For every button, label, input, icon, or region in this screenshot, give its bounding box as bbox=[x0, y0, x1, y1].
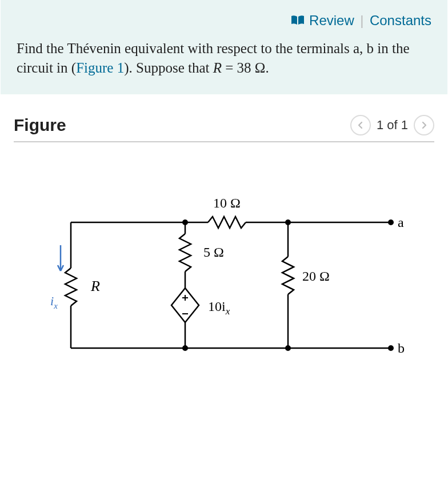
svg-point-4 bbox=[388, 219, 394, 225]
r-mid-label: 5 Ω bbox=[203, 245, 224, 260]
r-top-label: 10 Ω bbox=[213, 195, 241, 210]
source-label: 10ix bbox=[208, 299, 230, 317]
chevron-right-icon bbox=[420, 121, 428, 129]
r-left-label: R bbox=[90, 278, 100, 294]
svg-point-1 bbox=[285, 219, 291, 225]
prev-button[interactable] bbox=[350, 115, 371, 135]
chevron-left-icon bbox=[357, 121, 365, 129]
problem-header: Review | Constants Find the Thévenin equ… bbox=[1, 0, 447, 94]
terminal-b-label: b bbox=[398, 341, 405, 356]
top-links: Review | Constants bbox=[17, 13, 431, 39]
constants-link[interactable]: Constants bbox=[370, 13, 431, 28]
circuit-diagram: 10 Ω 5 Ω R 20 Ω 10ix a b ix bbox=[14, 142, 434, 396]
figure-link[interactable]: Figure 1 bbox=[76, 60, 124, 75]
svg-point-2 bbox=[182, 345, 188, 351]
book-icon bbox=[291, 15, 305, 25]
figure-section: Figure 1 of 1 bbox=[0, 94, 448, 402]
svg-point-3 bbox=[285, 345, 291, 351]
problem-prompt: Find the Thévenin equivalent with respec… bbox=[17, 39, 431, 78]
figure-title: Figure bbox=[14, 115, 66, 135]
review-link[interactable]: Review bbox=[309, 13, 354, 28]
svg-point-5 bbox=[388, 345, 394, 351]
prompt-text-2: ). Suppose that bbox=[124, 60, 213, 75]
figure-header: Figure 1 of 1 bbox=[14, 115, 434, 142]
terminal-a-label: a bbox=[398, 215, 404, 230]
equation-var: R bbox=[213, 60, 222, 75]
svg-point-0 bbox=[182, 219, 188, 225]
next-button[interactable] bbox=[414, 115, 434, 135]
equation-value: = 38 Ω. bbox=[222, 60, 269, 75]
pager-text: 1 of 1 bbox=[377, 118, 408, 133]
r-right-label: 20 Ω bbox=[302, 269, 330, 284]
figure-pager: 1 of 1 bbox=[350, 115, 434, 135]
separator: | bbox=[357, 13, 367, 28]
ix-label: ix bbox=[50, 294, 58, 310]
